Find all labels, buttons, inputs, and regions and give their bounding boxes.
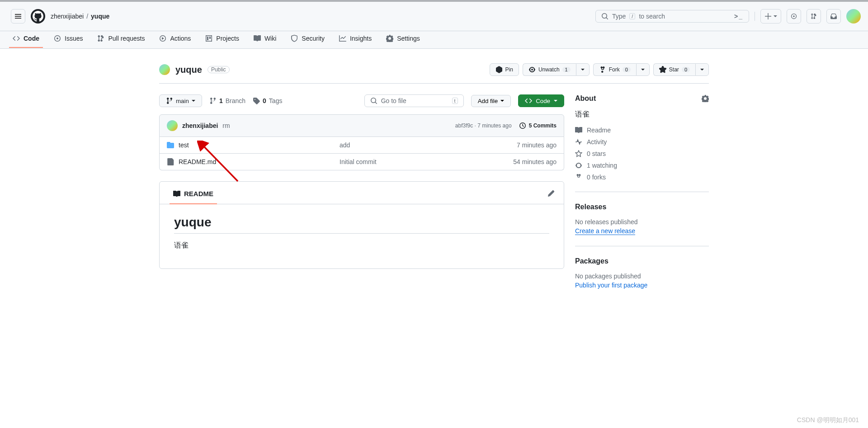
caret-down-icon [500, 99, 504, 103]
fork-button[interactable]: Fork 0 [593, 63, 636, 76]
main-container: yuque Public Pin Unwatch 1 Fork [145, 49, 723, 300]
breadcrumb-separator: / [86, 13, 88, 20]
svg-point-1 [57, 38, 58, 39]
create-release-link[interactable]: Create a new release [575, 227, 635, 235]
branches-label: Branch [226, 97, 245, 104]
readme-content: yuque 语雀 [160, 204, 564, 268]
readme-link[interactable]: Readme [575, 127, 709, 134]
file-time: 7 minutes ago [517, 141, 557, 149]
tab-wiki[interactable]: Wiki [248, 31, 282, 48]
file-navigation: main 1 Branch 0 Tags Go to file t [159, 94, 564, 107]
unwatch-button[interactable]: Unwatch 1 [523, 63, 576, 76]
fork-icon [599, 66, 606, 73]
hamburger-menu-button[interactable] [11, 9, 25, 24]
star-label: Star [669, 66, 679, 73]
tab-pulls[interactable]: Pull requests [92, 31, 150, 48]
readme-title: yuque [174, 215, 549, 234]
file-name-link[interactable]: README.md [167, 158, 334, 165]
notifications-button[interactable] [826, 9, 841, 24]
edit-readme-button[interactable] [547, 190, 555, 197]
create-new-button[interactable] [760, 9, 781, 24]
tab-settings[interactable]: Settings [381, 31, 425, 48]
add-file-button[interactable]: Add file [471, 95, 511, 107]
caret-down-icon [192, 99, 195, 103]
header-separator [755, 12, 755, 21]
add-file-label: Add file [478, 98, 498, 104]
commit-message-link[interactable]: rm [222, 122, 230, 129]
pin-icon [495, 66, 503, 73]
tab-code[interactable]: Code [7, 31, 45, 48]
graph-icon [339, 35, 346, 42]
breadcrumb-repo-link[interactable]: yuque [91, 13, 109, 20]
tab-insights[interactable]: Insights [334, 31, 377, 48]
tab-security[interactable]: Security [285, 31, 330, 48]
file-time: 54 minutes ago [513, 158, 557, 165]
star-button[interactable]: Star 0 [653, 63, 695, 76]
stars-link[interactable]: 0 stars [575, 150, 709, 157]
caret-down-icon [554, 99, 557, 103]
avatar-image [846, 9, 861, 24]
tab-pulls-label: Pull requests [108, 35, 145, 42]
file-search-input[interactable]: Go to file t [364, 94, 464, 107]
main-column: main 1 Branch 0 Tags Go to file t [159, 94, 564, 289]
code-download-button[interactable]: Code [518, 94, 564, 107]
tab-actions[interactable]: Actions [154, 31, 196, 48]
readme-tab[interactable]: README [170, 185, 217, 204]
tags-link[interactable]: 0 Tags [253, 97, 282, 104]
issue-icon [54, 35, 61, 42]
commit-hash-link[interactable]: abf3f9c · 7 minutes ago [455, 122, 512, 129]
inbox-icon [830, 13, 837, 20]
commit-author-avatar[interactable] [167, 120, 178, 131]
svg-point-0 [793, 15, 795, 17]
pull-requests-button[interactable] [807, 9, 821, 24]
branch-select-button[interactable]: main [159, 94, 202, 107]
issues-button[interactable] [787, 9, 801, 24]
pin-label: Pin [505, 66, 513, 73]
search-input[interactable]: Type / to search >_ [595, 10, 749, 23]
tab-issues-label: Issues [65, 35, 83, 42]
file-commit-message-link[interactable]: add [340, 141, 511, 149]
breadcrumb-owner-link[interactable]: zhenxijiabei [51, 13, 84, 20]
readme-tab-label: README [184, 190, 213, 198]
about-heading: About [575, 94, 709, 103]
caret-down-icon [581, 68, 585, 71]
fork-count: 0 [623, 67, 631, 72]
readme-body-text: 语雀 [174, 241, 549, 250]
file-commit-message-link[interactable]: Initial commit [340, 158, 508, 165]
commit-author-link[interactable]: zhenxijiabei [182, 122, 218, 129]
shield-icon [291, 35, 298, 42]
publish-package-link[interactable]: Publish your first package [575, 282, 647, 289]
tab-projects[interactable]: Projects [200, 31, 245, 48]
book-icon [575, 127, 582, 134]
branches-link[interactable]: 1 Branch [209, 97, 245, 104]
about-edit-button[interactable] [702, 94, 709, 103]
releases-section: Releases No releases published Create a … [575, 192, 709, 235]
slash-key-hint: / [629, 13, 635, 19]
star-count: 0 [682, 67, 690, 72]
fork-dropdown[interactable] [636, 63, 650, 76]
caret-down-icon [641, 68, 645, 71]
tab-projects-label: Projects [216, 35, 239, 42]
plus-icon [764, 13, 772, 20]
git-branch-icon [166, 97, 173, 104]
watching-link[interactable]: 1 watching [575, 162, 709, 169]
tab-actions-label: Actions [170, 35, 191, 42]
issue-dot-icon [791, 13, 797, 20]
github-logo[interactable] [31, 9, 45, 24]
breadcrumb: zhenxijiabei / yuque [51, 13, 109, 20]
file-name-link[interactable]: test [167, 141, 334, 149]
github-mark-icon [33, 11, 43, 22]
gear-icon [386, 35, 393, 42]
activity-link[interactable]: Activity [575, 138, 709, 146]
pull-request-icon [97, 35, 104, 42]
tab-issues[interactable]: Issues [48, 31, 88, 48]
file-row: testadd7 minutes ago [159, 137, 564, 154]
star-button-group: Star 0 [653, 63, 709, 76]
forks-link[interactable]: 0 forks [575, 174, 709, 181]
git-branch-icon [209, 97, 217, 104]
watch-dropdown[interactable] [576, 63, 590, 76]
user-avatar[interactable] [846, 9, 861, 24]
star-dropdown[interactable] [695, 63, 709, 76]
pin-button[interactable]: Pin [490, 63, 519, 76]
commits-link[interactable]: 5 Commits [519, 122, 557, 129]
